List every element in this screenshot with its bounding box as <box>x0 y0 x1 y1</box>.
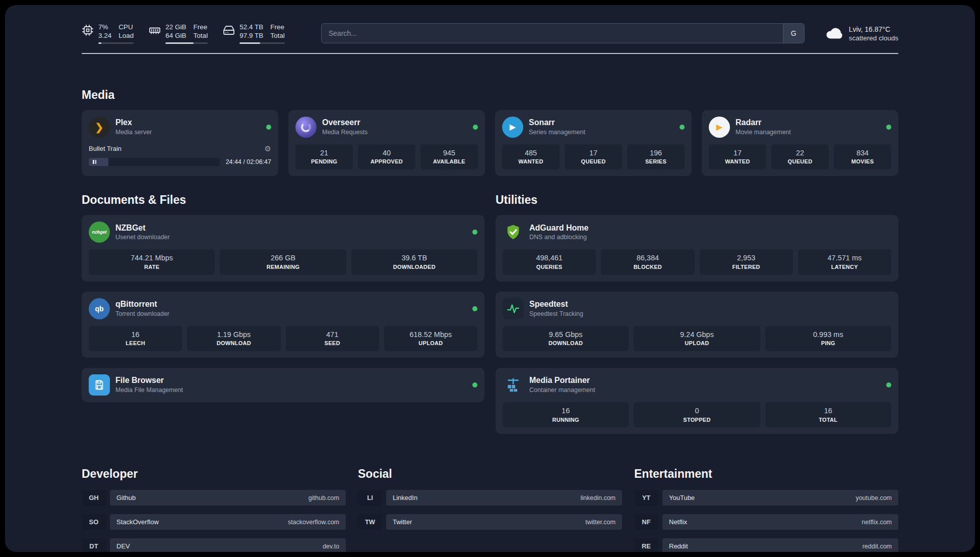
app-card-plex[interactable]: ❯ Plex Media server Bullet Train ⚙ <box>82 110 278 176</box>
seek-bar[interactable] <box>89 158 220 166</box>
plex-icon: ❯ <box>89 117 110 138</box>
bookmark-link-github[interactable]: Github github.com <box>110 490 346 506</box>
app-name: File Browser <box>115 375 183 386</box>
bookmark-link-youtube[interactable]: YouTube youtube.com <box>662 490 898 506</box>
search-engine-button[interactable]: G <box>783 24 804 43</box>
hard-drive-icon <box>223 24 235 36</box>
weather-location: Lviv, 16.87°C <box>849 25 898 34</box>
memory-widget: 22 GiB 64 GiB Free Total <box>149 23 208 44</box>
app-card-adguard[interactable]: AdGuard Home DNS and adblocking 498,461Q… <box>496 215 898 281</box>
section-title-developer: Developer <box>82 467 346 481</box>
app-card-sonarr[interactable]: ▶ Sonarr Series management 485WANTED 17Q… <box>495 110 692 176</box>
section-title-documents: Documents & Files <box>82 193 484 207</box>
cloud-icon <box>826 26 844 40</box>
nzbget-icon: nzbget <box>89 221 110 243</box>
now-playing-title: Bullet Train <box>89 145 121 152</box>
gear-icon[interactable]: ⚙ <box>265 144 271 153</box>
bookmark-link-linkedin[interactable]: LinkedIn linkedin.com <box>386 490 622 506</box>
stat-tile: 2,953FILTERED <box>700 249 793 274</box>
stat-tile: 21PENDING <box>295 144 353 170</box>
bookmark-link-dev[interactable]: DEV dev.to <box>110 538 346 552</box>
stat-tile: 86,384BLOCKED <box>601 249 694 274</box>
weather-widget: Lviv, 16.87°C scattered clouds <box>826 25 898 43</box>
bookmark-link-reddit[interactable]: Reddit reddit.com <box>662 538 898 552</box>
app-subtitle: Series management <box>529 128 585 136</box>
app-subtitle: Torrent downloader <box>115 310 169 318</box>
stat-tile: 16LEECH <box>89 326 182 351</box>
section-title-utilities: Utilities <box>496 193 898 207</box>
app-name: AdGuard Home <box>529 223 588 234</box>
dashboard-panel: 7% 3.24 CPU Load <box>5 5 975 552</box>
app-subtitle: DNS and adblocking <box>529 233 588 241</box>
stat-tile: 1.19 GbpsDOWNLOAD <box>187 326 280 351</box>
app-card-overseerr[interactable]: Overseerr Media Requests 21PENDING 40APP… <box>288 110 485 176</box>
bookmark-abbr: SO <box>82 514 106 530</box>
app-subtitle: Media server <box>115 128 152 136</box>
stat-tile: 17WANTED <box>709 144 766 170</box>
app-card-speedtest[interactable]: Speedtest Speedtest Tracking 9.65 GbpsDO… <box>496 292 898 358</box>
app-card-radarr[interactable]: ▶ Radarr Movie management 17WANTED 22QUE… <box>702 110 898 176</box>
cpu-chip-icon <box>82 24 94 36</box>
app-card-filebrowser[interactable]: File Browser Media File Management <box>82 368 484 402</box>
memory-total-label: Total <box>194 32 208 40</box>
stat-tile: 498,461QUERIES <box>503 249 596 274</box>
weather-condition: scattered clouds <box>849 34 898 43</box>
bookmark-row: LI LinkedIn linkedin.com <box>358 490 622 506</box>
stat-tile: 618.52 MbpsUPLOAD <box>384 326 477 351</box>
bookmark-link-stackoverflow[interactable]: StackOverflow stackoverflow.com <box>110 514 346 530</box>
stat-tile: 9.24 GbpsUPLOAD <box>634 326 760 351</box>
disk-total-label: Total <box>270 32 285 40</box>
ram-icon <box>149 24 161 36</box>
pause-icon[interactable] <box>93 160 96 164</box>
top-bar: 7% 3.24 CPU Load <box>82 23 898 44</box>
cpu-percent: 7% <box>98 23 111 32</box>
stat-tile: 485WANTED <box>502 144 560 170</box>
bookmark-group-social: Social LI LinkedIn linkedin.com TW Twitt… <box>358 467 622 530</box>
bookmark-abbr: RE <box>634 538 658 552</box>
overseerr-icon <box>295 117 317 138</box>
bookmark-row: DT DEV dev.to <box>82 538 346 552</box>
app-name: NZBGet <box>115 223 170 234</box>
bookmark-abbr: YT <box>634 490 658 506</box>
bookmark-abbr: NF <box>634 514 658 530</box>
app-subtitle: Movie management <box>736 128 791 136</box>
disk-total-value: 97.9 TB <box>239 32 263 40</box>
seek-fill <box>89 158 108 166</box>
disk-free-label: Free <box>270 23 285 32</box>
cpu-load-label: Load <box>118 32 134 40</box>
stat-tile: 16RUNNING <box>503 402 629 427</box>
bookmark-abbr: TW <box>358 514 382 530</box>
app-name: Sonarr <box>529 118 585 128</box>
bookmark-link-netflix[interactable]: Netflix netflix.com <box>662 514 898 530</box>
bookmark-group-developer: Developer GH Github github.com SO StackO… <box>82 467 346 552</box>
app-name: qBittorrent <box>115 299 169 310</box>
bookmark-row: SO StackOverflow stackoverflow.com <box>82 514 346 530</box>
playback-time: 24:44 / 02:06:47 <box>226 158 271 165</box>
status-dot <box>680 125 685 130</box>
documents-column: Documents & Files nzbget NZBGet Usenet d… <box>82 193 484 402</box>
memory-total-value: 64 GiB <box>165 32 186 40</box>
bookmark-abbr: GH <box>82 490 106 506</box>
stat-tile: 0.993 msPING <box>765 326 891 351</box>
stat-tile: 47.571 msLATENCY <box>798 249 891 274</box>
app-name: Media Portainer <box>529 375 595 386</box>
bookmark-row: RE Reddit reddit.com <box>634 538 898 552</box>
disk-progress-bar <box>239 42 285 44</box>
sonarr-icon: ▶ <box>502 117 523 138</box>
status-dot <box>473 125 478 130</box>
stat-tile: 945AVAILABLE <box>420 144 478 170</box>
section-title-media: Media <box>82 88 898 102</box>
stat-tile: 39.6 TBDOWNLOADED <box>351 249 477 274</box>
stat-tile: 16TOTAL <box>765 402 891 427</box>
search-input[interactable] <box>321 23 805 43</box>
utilities-column: Utilities AdGuard Home <box>496 193 898 434</box>
search-bar: G <box>321 23 805 43</box>
app-card-qbittorrent[interactable]: qb qBittorrent Torrent downloader 16LEEC… <box>82 292 484 358</box>
app-card-nzbget[interactable]: nzbget NZBGet Usenet downloader 744.21 M… <box>82 215 484 281</box>
bookmark-row: GH Github github.com <box>82 490 346 506</box>
section-title-social: Social <box>358 467 622 481</box>
app-subtitle: Speedtest Tracking <box>529 310 583 318</box>
bookmark-link-twitter[interactable]: Twitter twitter.com <box>386 514 622 530</box>
app-card-portainer[interactable]: Media Portainer Container management 16R… <box>496 368 898 434</box>
stat-tile: 834MOVIES <box>834 144 891 170</box>
